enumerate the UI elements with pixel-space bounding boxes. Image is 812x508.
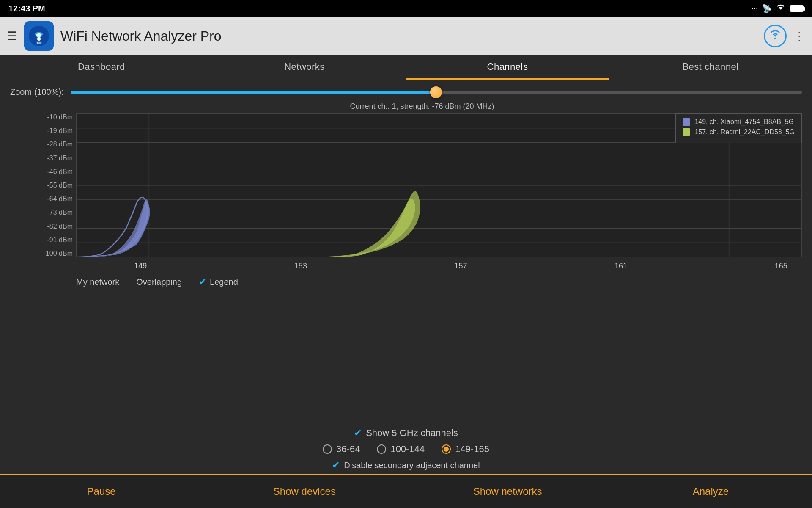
wifi-wlan-icon xyxy=(769,30,781,42)
time-display: 12:43 PM xyxy=(8,4,45,14)
x-axis-labels: 149 153 157 161 165 xyxy=(76,259,802,271)
y-label-9: -91 dBm xyxy=(42,236,73,244)
y-label-6: -64 dBm xyxy=(42,195,73,203)
cast-icon: 📡 xyxy=(762,4,771,13)
app-logo: Pro xyxy=(24,21,54,51)
zoom-fill xyxy=(71,91,436,94)
ghz-controls: ✔ Show 5 GHz channels 36-64 100-144 149-… xyxy=(0,423,812,474)
legend-color-redmi xyxy=(683,128,690,136)
status-icons: ··· 📡 xyxy=(752,4,804,14)
more-options-icon[interactable]: ⋮ xyxy=(793,29,805,43)
chart-options-row: My network Overlapping ✔ Legend xyxy=(42,271,802,290)
chart-subtitle: Current ch.: 1, strength: -76 dBm (20 MH… xyxy=(42,102,802,111)
show-5ghz-checkmark: ✔ xyxy=(354,428,362,439)
legend-label: Legend xyxy=(210,277,238,287)
y-label-5: -55 dBm xyxy=(42,182,73,189)
app-bar-actions: ⋮ xyxy=(764,25,805,47)
signal-icon: ··· xyxy=(752,4,758,13)
bottom-bar: Pause Show devices Show networks Analyze xyxy=(0,474,812,508)
y-label-4: -46 dBm xyxy=(42,168,73,176)
overlapping-label: Overlapping xyxy=(136,277,182,287)
range-label-100-144: 100-144 xyxy=(390,444,425,455)
chart-with-labels: -10 dBm -19 dBm -28 dBm -37 dBm -46 dBm … xyxy=(42,113,802,271)
y-label-2: -28 dBm xyxy=(42,141,73,148)
zoom-slider[interactable] xyxy=(71,91,802,94)
y-label-0: -10 dBm xyxy=(42,113,73,121)
tab-best-channel[interactable]: Best channel xyxy=(609,55,812,80)
legend-option[interactable]: ✔ Legend xyxy=(199,276,238,287)
disable-adj-row: ✔ Disable secondary adjacent channel xyxy=(332,460,480,471)
y-label-10: -100 dBm xyxy=(42,250,73,257)
legend-color-xiaomi xyxy=(683,118,690,126)
tab-networks[interactable]: Networks xyxy=(203,55,406,80)
my-network-label: My network xyxy=(76,277,119,287)
chart-legend: 149. ch. Xiaomi_4754_B8AB_5G 157. ch. Re… xyxy=(675,113,802,143)
app-title: WiFi Network Analyzer Pro xyxy=(60,28,757,44)
y-axis-labels: -10 dBm -19 dBm -28 dBm -37 dBm -46 dBm … xyxy=(42,113,76,257)
zoom-label: Zoom (100%): xyxy=(10,87,64,97)
hamburger-menu-icon[interactable]: ☰ xyxy=(7,29,17,43)
range-label-149-165: 149-165 xyxy=(455,444,489,455)
zoom-thumb[interactable] xyxy=(430,86,442,98)
radio-100-144[interactable] xyxy=(377,444,386,454)
x-label-165: 165 xyxy=(775,262,787,271)
disable-adj-label: Disable secondary adjacent channel xyxy=(344,461,480,470)
network1-fill xyxy=(77,199,149,257)
range-36-64[interactable]: 36-64 xyxy=(323,444,360,455)
main-content: Dashboard Networks Channels Best channel… xyxy=(0,55,812,474)
legend-label-redmi: 157. ch. Redmi_22AC_DD53_5G xyxy=(694,128,795,136)
legend-item-redmi: 157. ch. Redmi_22AC_DD53_5G xyxy=(683,128,795,136)
status-bar: 12:43 PM ··· 📡 xyxy=(0,0,812,17)
y-label-7: -73 dBm xyxy=(42,209,73,216)
radio-149-165[interactable] xyxy=(442,444,451,454)
network2-fill xyxy=(306,191,420,257)
overlapping-option[interactable]: Overlapping xyxy=(136,277,182,287)
y-label-8: -82 dBm xyxy=(42,223,73,230)
x-label-161: 161 xyxy=(614,262,627,271)
y-label-3: -37 dBm xyxy=(42,155,73,162)
pause-button[interactable]: Pause xyxy=(0,475,203,508)
range-149-165[interactable]: 149-165 xyxy=(442,444,489,455)
x-label-157: 157 xyxy=(454,262,467,271)
wifi-wlan-button[interactable] xyxy=(764,25,787,47)
tabs-bar: Dashboard Networks Channels Best channel xyxy=(0,55,812,80)
legend-label-xiaomi: 149. ch. Xiaomi_4754_B8AB_5G xyxy=(694,118,794,126)
range-100-144[interactable]: 100-144 xyxy=(377,444,425,455)
channel-range-row: 36-64 100-144 149-165 xyxy=(323,444,489,455)
battery-icon xyxy=(790,5,804,12)
zoom-control: Zoom (100%): xyxy=(0,80,812,100)
wifi-icon xyxy=(776,4,786,14)
x-label-149: 149 xyxy=(134,262,147,271)
tab-dashboard[interactable]: Dashboard xyxy=(0,55,203,80)
svg-point-4 xyxy=(774,38,776,39)
my-network-option[interactable]: My network xyxy=(76,277,119,287)
analyze-button[interactable]: Analyze xyxy=(609,475,812,508)
svg-point-1 xyxy=(37,37,41,41)
tab-channels[interactable]: Channels xyxy=(406,55,609,80)
chart-container: Current ch.: 1, strength: -76 dBm (20 MH… xyxy=(0,102,812,423)
range-label-36-64: 36-64 xyxy=(336,444,360,455)
app-bar: ☰ Pro WiFi Network Analyzer Pro ⋮ xyxy=(0,17,812,55)
x-label-153: 153 xyxy=(294,262,307,271)
y-label-1: -19 dBm xyxy=(42,127,73,135)
radio-36-64[interactable] xyxy=(323,444,332,454)
disable-adj-checkmark: ✔ xyxy=(332,460,340,471)
show-5ghz-row: ✔ Show 5 GHz channels xyxy=(354,428,458,439)
show-networks-button[interactable]: Show networks xyxy=(406,475,609,508)
svg-text:Pro: Pro xyxy=(37,41,41,44)
show-devices-button[interactable]: Show devices xyxy=(203,475,406,508)
legend-item-xiaomi: 149. ch. Xiaomi_4754_B8AB_5G xyxy=(683,118,795,126)
show-5ghz-label: Show 5 GHz channels xyxy=(366,428,458,439)
legend-checkmark: ✔ xyxy=(199,276,206,287)
